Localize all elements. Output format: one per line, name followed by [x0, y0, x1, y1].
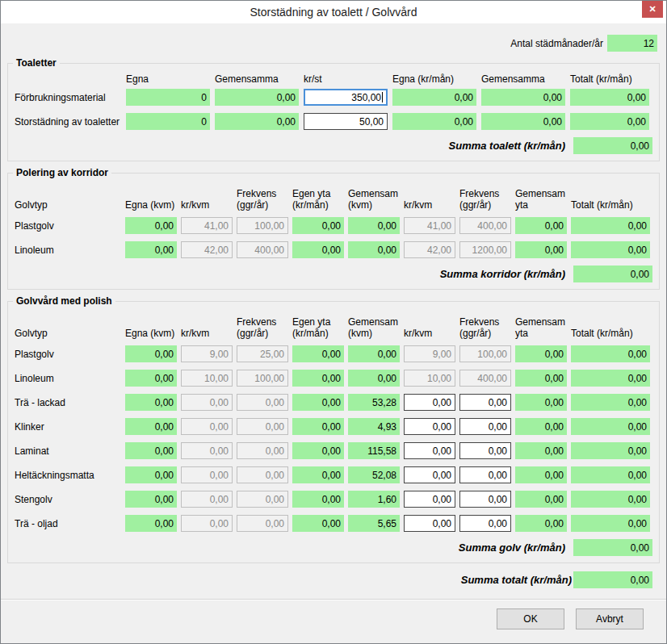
edit-field[interactable]: 0,00: [459, 515, 511, 532]
value-field: 0,00: [481, 113, 565, 130]
section-title-korridor: Polering av korridor: [13, 167, 111, 178]
edit-field[interactable]: 0,00: [404, 466, 455, 483]
row-label: Linoleum: [15, 245, 121, 256]
locked-field: 42,00: [181, 241, 233, 258]
value-field: 0,00: [125, 442, 177, 459]
table-row: Heltäckningsmatta0,000,000,000,0052,080,…: [15, 466, 652, 483]
locked-field: 0,00: [181, 491, 233, 508]
column-header: Gemensam (kvm): [348, 316, 400, 339]
locked-field: 0,00: [237, 394, 288, 411]
locked-field: 400,00: [237, 241, 288, 258]
locked-field: 1200,00: [459, 241, 511, 258]
value-field: 0,00: [515, 241, 567, 258]
value-field: 0,00: [292, 442, 344, 459]
value-field: 0,00: [348, 241, 400, 258]
locked-field: 0,00: [181, 466, 233, 483]
locked-field: 9,00: [404, 345, 455, 362]
section-title-polish: Golvvård med polish: [13, 295, 115, 307]
locked-field: 41,00: [404, 217, 455, 234]
edit-field[interactable]: 50,00: [304, 113, 388, 130]
edit-field[interactable]: 0,00: [404, 515, 455, 532]
table-header: GolvtypEgna (kvm)kr/kvmFrekvens (ggr/år)…: [15, 183, 652, 211]
locked-field: 100,00: [237, 370, 288, 387]
value-field: 53,28: [348, 394, 400, 411]
locked-field: 400,00: [459, 217, 511, 234]
edit-field[interactable]: 0,00: [404, 394, 455, 411]
value-field: 0,00: [515, 515, 567, 532]
edit-field[interactable]: 0,00: [459, 394, 511, 411]
edit-field[interactable]: 0,00: [459, 418, 511, 435]
section-toaletter: Toaletter EgnaGemensammakr/stEgna (kr/må…: [7, 63, 660, 161]
edit-field[interactable]: 0,00: [404, 418, 455, 435]
value-field: 0,00: [571, 442, 650, 459]
value-field: 0,00: [125, 241, 177, 258]
locked-field: 100,00: [237, 217, 288, 234]
sum-toalett-field: 0,00: [573, 137, 652, 154]
value-field: 0,00: [392, 113, 476, 130]
value-field: 0,00: [292, 418, 344, 435]
value-field: 115,58: [348, 442, 400, 459]
value-field: 52,08: [348, 466, 400, 483]
value-field: 0,00: [515, 466, 567, 483]
table-row: Trä - oljad0,000,000,000,005,650,000,000…: [15, 515, 652, 532]
table-row: Stengolv0,000,000,000,001,600,000,000,00…: [15, 491, 652, 508]
locked-field: 41,00: [181, 217, 233, 234]
edit-field[interactable]: 0,00: [459, 442, 511, 459]
value-field: 0,00: [570, 89, 649, 106]
value-field: 0,00: [125, 345, 177, 362]
value-field: 0: [126, 89, 210, 106]
locked-field: 0,00: [181, 442, 233, 459]
value-field: 0,00: [515, 370, 567, 387]
cancel-button[interactable]: Avbryt: [576, 608, 644, 629]
value-field: 0,00: [348, 345, 400, 362]
edit-field[interactable]: 0,00: [404, 491, 455, 508]
value-field: 0,00: [571, 345, 650, 362]
column-header: Gemensam (kvm): [348, 188, 400, 211]
section-polish: Golvvård med polish GolvtypEgna (kvm)kr/…: [7, 301, 660, 563]
edit-field[interactable]: 0,00: [404, 442, 455, 459]
column-header: Totalt (kr/mån): [571, 199, 650, 211]
value-field: 0,00: [125, 394, 177, 411]
value-field: 0,00: [515, 394, 567, 411]
column-header: kr/kvm: [404, 199, 455, 211]
value-field: 0,00: [292, 394, 344, 411]
value-field: 0,00: [292, 345, 344, 362]
locked-field: 100,00: [459, 345, 511, 362]
section-korridor: Polering av korridor GolvtypEgna (kvm)kr…: [7, 173, 660, 290]
sum-korridor-label: Summa korridor (kr/mån): [440, 268, 565, 280]
sum-toalett-row: Summa toalett (kr/mån) 0,00: [15, 137, 652, 154]
edit-field[interactable]: 0,00: [459, 491, 511, 508]
row-label: Trä - lackad: [15, 397, 121, 408]
column-header: Egna (kvm): [125, 199, 177, 211]
locked-field: 42,00: [404, 241, 455, 258]
row-label: Storstädning av toaletter: [15, 116, 121, 128]
row-label: Klinker: [15, 421, 121, 433]
close-button[interactable]: ✕: [642, 1, 663, 18]
value-field: 0,00: [515, 217, 567, 234]
column-header: Gemensamma: [481, 73, 565, 85]
value-field: 0,00: [125, 491, 177, 508]
column-header: Frekvens (ggr/år): [459, 316, 511, 339]
ok-button[interactable]: OK: [497, 608, 564, 629]
column-header: Egen yta (kr/mån): [292, 188, 344, 211]
table-header: GolvtypEgna (kvm)kr/kvmFrekvens (ggr/år)…: [15, 312, 652, 339]
value-field: 0,00: [292, 515, 344, 532]
value-field: 0,00: [571, 491, 650, 508]
edit-field[interactable]: 0,00: [459, 466, 511, 483]
value-field: 5,65: [348, 515, 400, 532]
edit-field[interactable]: 350,00: [304, 89, 388, 106]
value-field: 0,00: [515, 442, 567, 459]
value-field: 0,00: [515, 345, 567, 362]
locked-field: 0,00: [237, 442, 288, 459]
row-label: Linoleum: [15, 373, 121, 384]
value-field: 0,00: [125, 370, 177, 387]
column-header: Frekvens (ggr/år): [459, 188, 511, 211]
column-header: Egen yta (kr/mån): [292, 316, 344, 339]
table-row: Linoleum0,0010,00100,000,000,0010,00400,…: [15, 370, 652, 387]
sum-toalett-label: Summa toalett (kr/mån): [449, 140, 565, 152]
locked-field: 400,00: [459, 370, 511, 387]
sum-total-label: Summa totalt (kr/mån): [461, 574, 572, 586]
value-field: 0,00: [571, 515, 650, 532]
value-field: 0,00: [571, 394, 650, 411]
value-field: 0,00: [481, 89, 565, 106]
